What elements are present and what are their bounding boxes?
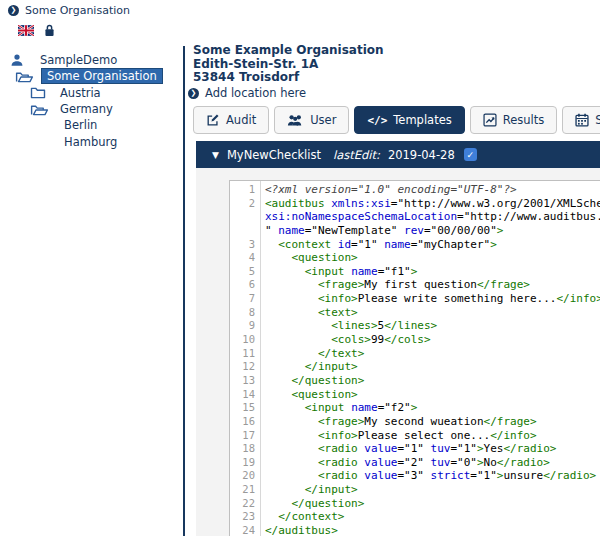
- tree-item-sampledemo[interactable]: SampleDemo: [0, 52, 183, 68]
- code-row: 7 <info>Please write something here...</…: [230, 292, 600, 306]
- code-row: xsi:noNamespaceSchemaLocation="http://ww…: [230, 210, 600, 224]
- tab-results[interactable]: Results: [470, 106, 558, 134]
- code-text: <radio value="3" strict="1">unsure</radi…: [260, 469, 596, 483]
- code-text: <info>Please write something here...</in…: [260, 292, 600, 306]
- line-number: 13: [230, 374, 260, 388]
- tree-item-label: Some Organisation: [41, 68, 163, 84]
- code-text: </input>: [260, 483, 358, 497]
- line-number: [230, 224, 260, 238]
- code-text: <question>: [260, 251, 358, 265]
- code-row: 6 <frage>My first question</frage>: [230, 278, 600, 292]
- code-text: <input name="f1">: [260, 265, 417, 279]
- code-row: 18 <radio value="1" tuv="1">Yes</radio>: [230, 442, 600, 456]
- code-row: 21 </input>: [230, 483, 600, 497]
- user-icon: [10, 53, 32, 67]
- line-number: 2: [230, 197, 260, 211]
- org-city: 53844 Troisdorf: [193, 71, 384, 85]
- checklist-header-bar[interactable]: ▼ MyNewChecklist lastEdit: 2019-04-28 ✓: [196, 141, 600, 168]
- code-text: <radio value="1" tuv="1">Yes</radio>: [260, 442, 556, 456]
- caret-down-icon: ▼: [212, 150, 219, 160]
- line-number: 8: [230, 306, 260, 320]
- code-text: " name="NewTemplate" rev="00/00/00">: [260, 224, 503, 238]
- code-row: 23 </context>: [230, 510, 600, 524]
- code-row: 20 <radio value="3" strict="1">unsure</r…: [230, 469, 600, 483]
- code-text: <lines>5</lines>: [260, 319, 437, 333]
- line-number: 6: [230, 278, 260, 292]
- tab-label: User: [310, 113, 336, 127]
- code-row: 16 <frage>My second wueation</frage>: [230, 415, 600, 429]
- checklist-name: MyNewChecklist: [227, 148, 321, 162]
- code-text: <?xml version="1.0" encoding="UTF-8"?>: [260, 183, 517, 197]
- tree-item-some-organisation[interactable]: Some Organisation: [0, 68, 183, 84]
- tree-item-label: SampleDemo: [36, 53, 121, 67]
- code-row: 17 <info>Please select one...</info>: [230, 429, 600, 443]
- code-row: 5 <input name="f1">: [230, 265, 600, 279]
- org-home-label: Some Organisation: [25, 4, 130, 17]
- code-row: 14 <question>: [230, 388, 600, 402]
- checklist-checkbox[interactable]: ✓: [464, 148, 477, 161]
- code-text: <question>: [260, 388, 358, 402]
- templates-panel: ▼ MyNewChecklist lastEdit: 2019-04-28 ✓ …: [196, 141, 600, 536]
- code-text: </context>: [260, 510, 344, 524]
- code-row: 19 <radio value="2" tuv="0">No</radio>: [230, 456, 600, 470]
- lock-icon[interactable]: [43, 23, 56, 37]
- code-area: 1<?xml version="1.0" encoding="UTF-8"?>2…: [230, 183, 600, 536]
- code-text: <context id="1" name="myChapter">: [260, 238, 497, 252]
- line-number: 20: [230, 469, 260, 483]
- code-row: 9 <lines>5</lines>: [230, 319, 600, 333]
- code-row: 8 <text>: [230, 306, 600, 320]
- code-row: 2<auditbus xmlns:xsi="http://www.w3.org/…: [230, 197, 600, 211]
- code-row: 11 </text>: [230, 347, 600, 361]
- line-number: 19: [230, 456, 260, 470]
- line-number: 18: [230, 442, 260, 456]
- line-number: 9: [230, 319, 260, 333]
- org-tree: SampleDemoSome OrganisationAustriaGerman…: [0, 52, 183, 150]
- last-edit-date: 2019-04-28: [388, 148, 455, 162]
- folder-open-icon: [30, 103, 52, 116]
- line-number: 24: [230, 524, 260, 536]
- code-text: <radio value="2" tuv="0">No</radio>: [260, 456, 550, 470]
- code-text: <text>: [260, 306, 358, 320]
- xml-code-editor[interactable]: 1<?xml version="1.0" encoding="UTF-8"?>2…: [229, 180, 600, 536]
- tree-item-label: Austria: [56, 86, 105, 100]
- line-number: 10: [230, 333, 260, 347]
- tab-audit[interactable]: Audit: [193, 106, 269, 134]
- line-number: 1: [230, 183, 260, 197]
- line-number: [230, 210, 260, 224]
- code-text: <auditbus xmlns:xsi="http://www.w3.org/2…: [260, 197, 600, 211]
- code-row: 12 </input>: [230, 360, 600, 374]
- uk-flag-icon[interactable]: [18, 25, 34, 36]
- tree-item-berlin[interactable]: Berlin: [0, 117, 183, 133]
- tree-item-label: Hamburg: [60, 135, 121, 149]
- code-row: 1<?xml version="1.0" encoding="UTF-8"?>: [230, 183, 600, 197]
- code-text: xsi:noNamespaceSchemaLocation="http://ww…: [260, 210, 600, 224]
- line-number: 15: [230, 401, 260, 415]
- add-location-link[interactable]: ❯ Add location here: [188, 86, 306, 100]
- line-number: 17: [230, 429, 260, 443]
- tree-item-austria[interactable]: Austria: [0, 85, 183, 101]
- edit-icon: [206, 113, 220, 127]
- line-number: 3: [230, 238, 260, 252]
- code-row: 13 </question>: [230, 374, 600, 388]
- line-number: 7: [230, 292, 260, 306]
- tab-user[interactable]: User: [274, 106, 349, 134]
- code-row: 22 </question>: [230, 497, 600, 511]
- tree-item-germany[interactable]: Germany: [0, 101, 183, 117]
- tab-templates[interactable]: </>Templates: [354, 106, 464, 134]
- org-street: Edith-Stein-Str. 1A: [193, 58, 384, 72]
- tree-item-hamburg[interactable]: Hamburg: [0, 133, 183, 149]
- code-text: </question>: [260, 374, 364, 388]
- tab-schedule[interactable]: Schedule: [562, 106, 600, 134]
- code-text: <info>Please select one...</info>: [260, 429, 537, 443]
- code-icon: </>: [367, 114, 387, 127]
- org-home-link[interactable]: ❯ Some Organisation: [8, 4, 130, 17]
- code-row: 15 <input name="f2">: [230, 401, 600, 415]
- code-row: 3 <context id="1" name="myChapter">: [230, 238, 600, 252]
- code-text: <input name="f2">: [260, 401, 417, 415]
- line-number: 12: [230, 360, 260, 374]
- code-row: " name="NewTemplate" rev="00/00/00">: [230, 224, 600, 238]
- calendar-icon: [575, 113, 589, 127]
- folder-open-icon: [15, 70, 37, 83]
- tab-label: Audit: [226, 113, 256, 127]
- tab-label: Templates: [393, 113, 451, 127]
